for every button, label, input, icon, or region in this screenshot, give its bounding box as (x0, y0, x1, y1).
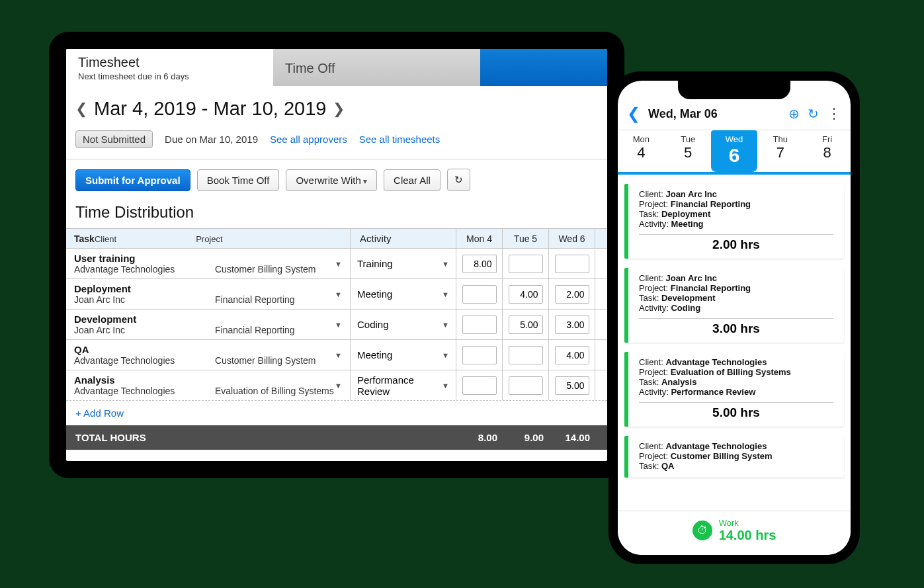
time-entry-card[interactable]: Client: Joan Arc Inc Project: Financial … (624, 184, 844, 259)
hours-input[interactable] (555, 285, 589, 304)
task-name: Deployment (74, 283, 295, 294)
hours-input[interactable] (462, 285, 497, 304)
day-cell[interactable]: Fri8 (804, 130, 851, 172)
add-icon[interactable]: ⊕ (788, 106, 800, 122)
dropdown-icon[interactable]: ▼ (335, 351, 342, 359)
overwrite-with-button[interactable]: Overwrite With (286, 169, 377, 191)
day-strip: Mon4Tue5Wed6Thu7Fri8 (618, 130, 851, 172)
clear-all-button[interactable]: Clear All (384, 169, 441, 191)
day-of-week: Fri (804, 134, 851, 144)
status-row: Not Submitted Due on Mar 10, 2019 See al… (66, 124, 607, 159)
phone-title: Wed, Mar 06 (648, 107, 780, 121)
dropdown-icon[interactable]: ▼ (442, 351, 449, 359)
tab-timesheet[interactable]: Timesheet Next timesheet due in 6 days (66, 49, 273, 86)
hours-input[interactable] (509, 376, 543, 395)
total-day-0: 8.00 (456, 425, 503, 450)
hours-input[interactable] (462, 346, 497, 364)
dropdown-icon[interactable]: ▼ (335, 260, 342, 268)
back-icon[interactable]: ❮ (627, 105, 640, 123)
hours-cell (549, 279, 595, 309)
task-cell[interactable]: QA Advantage TechnologiesCustomer Billin… (66, 340, 351, 370)
dropdown-icon[interactable]: ▼ (442, 260, 449, 268)
approvers-link[interactable]: See all approvers (270, 134, 347, 145)
hours-input[interactable] (555, 376, 589, 395)
activity-name: Meeting (357, 349, 392, 360)
hours-input[interactable] (509, 255, 543, 273)
tabs-strip: Timesheet Next timesheet due in 6 days T… (66, 49, 607, 86)
project-name: Customer Billing System (215, 264, 316, 274)
timer-icon[interactable]: ⏱ (693, 521, 712, 540)
next-week-icon[interactable]: ❯ (333, 101, 345, 118)
th-day-1[interactable]: Tue 5 (503, 229, 549, 248)
task-name: Analysis (74, 374, 334, 386)
th-activity: Activity (351, 229, 456, 248)
table-row: Development Joan Arc IncFinancial Report… (66, 310, 607, 340)
dropdown-icon[interactable]: ▼ (335, 321, 342, 329)
hours-input[interactable] (462, 376, 497, 395)
task-cell[interactable]: Development Joan Arc IncFinancial Report… (66, 310, 351, 339)
time-entry-card[interactable]: Client: Advantage Technologies Project: … (624, 436, 844, 478)
activity-cell[interactable]: Meeting ▼ (351, 279, 456, 309)
caret-down-icon (361, 175, 367, 186)
task-cell[interactable]: Deployment Joan Arc IncFinancial Reporti… (66, 279, 351, 309)
time-entry-card[interactable]: Client: Advantage Technologies Project: … (624, 352, 844, 427)
activity-cell[interactable]: Meeting ▼ (351, 340, 456, 370)
dropdown-icon[interactable]: ▼ (335, 290, 342, 298)
th-day-0[interactable]: Mon 4 (456, 229, 503, 248)
hours-input[interactable] (509, 346, 543, 364)
dropdown-icon[interactable]: ▼ (335, 382, 342, 390)
timesheets-link[interactable]: See all timesheets (359, 134, 441, 145)
book-time-off-button[interactable]: Book Time Off (197, 169, 280, 191)
card-task: Task: Development (639, 293, 833, 303)
activity-name: Performance Review (357, 374, 442, 397)
more-icon[interactable]: ⋮ (827, 105, 841, 122)
phone-footer: ⏱ Work 14.00 hrs (618, 511, 851, 555)
day-cell[interactable]: Tue5 (665, 130, 712, 172)
hours-cell (456, 370, 503, 400)
activity-cell[interactable]: Training ▼ (351, 249, 456, 278)
hours-input[interactable] (509, 285, 543, 304)
table-row: QA Advantage TechnologiesCustomer Billin… (66, 340, 607, 370)
day-cell[interactable]: Mon4 (618, 130, 665, 172)
activity-cell[interactable]: Coding ▼ (351, 310, 456, 339)
refresh-button[interactable]: ↻ (447, 169, 470, 191)
table-row: Deployment Joan Arc IncFinancial Reporti… (66, 279, 607, 310)
hours-input[interactable] (555, 315, 589, 334)
hours-input[interactable] (555, 255, 589, 273)
refresh-icon: ↻ (454, 174, 463, 185)
hours-input[interactable] (462, 315, 497, 334)
tab-timeoff[interactable]: Time Off (273, 49, 480, 86)
sync-icon[interactable]: ↻ (808, 106, 819, 122)
day-of-week: Mon (618, 134, 665, 144)
card-hours: 2.00 hrs (639, 237, 833, 252)
day-cell[interactable]: Wed6 (711, 130, 758, 172)
hours-cell (549, 370, 595, 400)
tab-rest (480, 49, 607, 86)
th-day-2[interactable]: Wed 6 (549, 229, 595, 248)
dropdown-icon[interactable]: ▼ (442, 321, 449, 329)
time-entry-card[interactable]: Client: Joan Arc Inc Project: Financial … (624, 268, 844, 343)
day-number: 8 (804, 144, 851, 161)
submit-approval-button[interactable]: Submit for Approval (75, 169, 190, 191)
client-name: Advantage Technologies (74, 264, 215, 274)
day-cell[interactable]: Thu7 (757, 130, 804, 172)
th-project: Project (196, 234, 222, 244)
hours-input[interactable] (555, 346, 589, 364)
hours-input[interactable] (509, 315, 543, 334)
total-day-2: 14.00 (549, 425, 595, 450)
table-row: Analysis Advantage TechnologiesEvaluatio… (66, 370, 607, 401)
day-number: 6 (711, 144, 758, 167)
hours-cell (456, 279, 503, 309)
dropdown-icon[interactable]: ▼ (442, 382, 449, 390)
card-project: Project: Financial Reporting (639, 283, 833, 293)
activity-cell[interactable]: Performance Review ▼ (351, 370, 456, 400)
prev-week-icon[interactable]: ❮ (75, 101, 87, 118)
hours-input[interactable] (462, 255, 497, 273)
activity-name: Coding (357, 319, 389, 330)
status-pill: Not Submitted (75, 130, 153, 148)
dropdown-icon[interactable]: ▼ (442, 290, 449, 298)
task-cell[interactable]: Analysis Advantage TechnologiesEvaluatio… (66, 370, 351, 400)
cards-list[interactable]: Client: Joan Arc Inc Project: Financial … (618, 175, 851, 492)
task-cell[interactable]: User training Advantage TechnologiesCust… (66, 249, 351, 278)
add-row-link[interactable]: + Add Row (66, 401, 607, 425)
